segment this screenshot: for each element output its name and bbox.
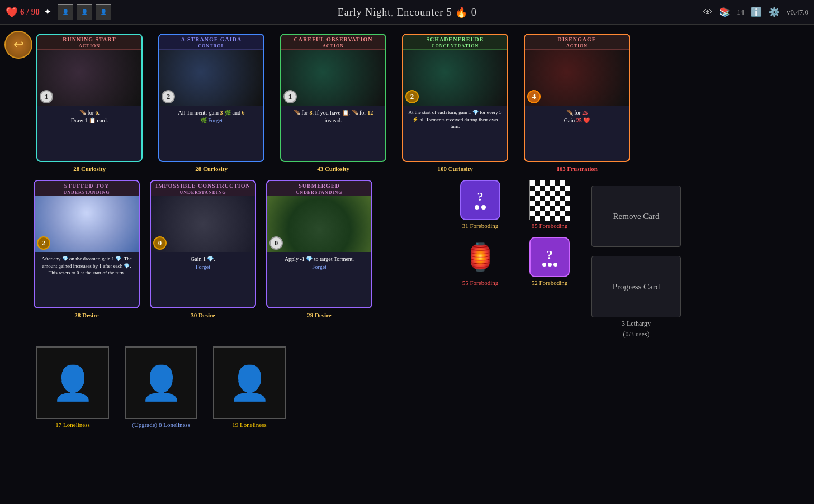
health-current: 6	[20, 7, 25, 17]
card-disengage[interactable]: DisengageACTION 4 🪶 for 25 Gain 25 ❤️	[524, 34, 630, 162]
card-body-running-start: 🪶 for 6. Draw 1 📋 card.	[37, 106, 141, 161]
card-body-stuffed-toy: After any 💎 on the dreamer, gain 1 💎. Th…	[35, 252, 139, 307]
foreboding-bigdie-icon-52: ?	[529, 237, 570, 277]
top-right-controls: 👁 📚 14 ℹ️ ⚙️ v0.47.0	[703, 7, 808, 17]
card-wrapper-submerged: SubmergedUNDERSTANDING 0 Apply -1 💎 to t…	[266, 180, 372, 318]
row3: 👤 17 Loneliness 👤 (Upgrade) 8 Loneliness…	[34, 346, 808, 428]
card-cost-strange-gaida: 2	[162, 90, 175, 103]
card-body-submerged: Apply -1 💎 to target Torment. Forget	[267, 252, 371, 307]
foreboding-item-85[interactable]: 85 Foreboding	[519, 180, 580, 229]
loneliness-card-19[interactable]: 👤 19 Loneliness	[210, 346, 288, 428]
card-wrapper-strange-gaida: A Strange GaidaCONTROL 2 All Torments ga…	[155, 34, 267, 172]
remove-card-button[interactable]: Remove Card	[591, 186, 681, 247]
card-wrapper-impossible-construction: Impossible ConstructionUNDERSTANDING 0 G…	[150, 180, 256, 318]
deck-icon: 📚	[719, 7, 730, 17]
card-cost-impossible-construction: 0	[153, 236, 167, 250]
card-image-running-start: 1	[37, 50, 141, 106]
card-label-impossible-construction: 30 Desire	[191, 312, 215, 318]
card-label-careful-observation: 43 Curiosity	[317, 165, 349, 172]
card-impossible-construction[interactable]: Impossible ConstructionUNDERSTANDING 0 G…	[150, 180, 256, 308]
portrait-slot-3: 👤	[96, 4, 111, 20]
foreboding-label-52: 52 Foreboding	[532, 279, 567, 286]
loneliness-img-17: 👤	[36, 346, 109, 419]
cards-row-1: Running StartACTION 1 🪶 for 6. Draw 1 📋 …	[34, 34, 808, 172]
card-type-running-start: Running StartACTION	[37, 35, 141, 50]
foreboding-item-31[interactable]: ? 31 Foreboding	[449, 180, 511, 229]
cards-row-2: Stuffed ToyUNDERSTANDING 2 After any 💎 o…	[34, 180, 372, 318]
card-stuffed-toy[interactable]: Stuffed ToyUNDERSTANDING 2 After any 💎 o…	[34, 180, 140, 308]
loneliness-card-17[interactable]: 👤 17 Loneliness	[34, 346, 112, 428]
deck-count: 14	[737, 8, 744, 17]
lethargy-label: 3 Lethargy	[622, 320, 651, 328]
card-wrapper-running-start: Running StartACTION 1 🪶 for 6. Draw 1 📋 …	[34, 34, 145, 172]
encounter-title: Early Night, Encounter 5 🔥 0	[111, 6, 703, 18]
loneliness-img-19: 👤	[213, 346, 286, 419]
foreboding-lantern-icon-55: 🏮	[460, 237, 500, 277]
card-label-stuffed-toy: 28 Desire	[74, 312, 98, 318]
card-cost-stuffed-toy: 2	[37, 236, 50, 250]
progress-card-button[interactable]: Progress Card	[591, 256, 681, 317]
card-body-schadenfreude: At the start of each turn, gain 1 💎 for …	[403, 106, 507, 161]
card-careful-observation[interactable]: Careful ObservationACTION 1 🪶 for 8. If …	[280, 34, 386, 162]
card-wrapper-disengage: DisengageACTION 4 🪶 for 25 Gain 25 ❤️ 16…	[521, 34, 633, 172]
person-icon-upgrade-8: 👤	[140, 363, 182, 403]
foreboding-label-31: 31 Foreboding	[462, 222, 498, 229]
back-button[interactable]: ↩	[4, 31, 35, 61]
topbar: ❤️ 6/90 ✦ 👤 👤 👤 Early Night, Encounter 5…	[0, 0, 814, 25]
foreboding-checker-icon-85	[529, 180, 570, 220]
card-type-impossible-construction: Impossible ConstructionUNDERSTANDING	[151, 181, 255, 196]
card-type-disengage: DisengageACTION	[525, 35, 629, 50]
card-schadenfreude[interactable]: SchadenfreudeCONCENTRATION 2 At the star…	[402, 34, 508, 162]
card-running-start[interactable]: Running StartACTION 1 🪶 for 6. Draw 1 📋 …	[36, 34, 143, 162]
card-label-schadenfreude: 100 Curiosity	[437, 165, 472, 172]
card-image-submerged: 0	[267, 196, 371, 252]
card-submerged[interactable]: SubmergedUNDERSTANDING 0 Apply -1 💎 to t…	[266, 180, 372, 308]
main-content: Running StartACTION 1 🪶 for 6. Draw 1 📋 …	[34, 28, 808, 498]
card-label-submerged: 29 Desire	[307, 312, 331, 318]
lethargy-uses: (0/3 uses)	[623, 330, 650, 339]
card-type-strange-gaida: A Strange GaidaCONTROL	[159, 35, 263, 50]
card-label-strange-gaida: 28 Curiosity	[195, 165, 228, 172]
card-label-disengage: 163 Frustration	[556, 165, 598, 172]
foreboding-item-52[interactable]: ? 52 Foreboding	[519, 237, 580, 286]
loneliness-img-upgrade-8: 👤	[125, 346, 197, 419]
card-cost-schadenfreude: 2	[405, 90, 419, 103]
health-display: ❤️ 6/90 ✦	[6, 6, 51, 18]
person-icon-19: 👤	[229, 363, 271, 403]
card-body-impossible-construction: Gain 1 💎. Forget	[151, 252, 255, 307]
portrait-slot-1: 👤	[58, 4, 73, 20]
loneliness-label-19: 19 Loneliness	[232, 421, 266, 428]
card-body-careful-observation: 🪶 for 8. If you have 📋, 🪶 for 12 instead…	[281, 106, 385, 161]
card-cost-submerged: 0	[269, 236, 283, 250]
card-label-running-start: 28 Curiosity	[73, 165, 106, 172]
foreboding-label-85: 85 Foreboding	[532, 222, 567, 229]
foreboding-item-55[interactable]: 🏮 55 Foreboding	[449, 237, 511, 286]
card-image-strange-gaida: 2	[159, 50, 263, 106]
card-image-stuffed-toy: 2	[35, 196, 139, 252]
card-wrapper-stuffed-toy: Stuffed ToyUNDERSTANDING 2 After any 💎 o…	[34, 180, 140, 318]
heart-icon: ❤️	[6, 6, 18, 18]
card-cost-disengage: 4	[527, 90, 541, 103]
right-panel: ? 31 Foreboding 85 Foreboding	[449, 180, 681, 339]
info-icon[interactable]: ℹ️	[751, 7, 762, 17]
row2: Stuffed ToyUNDERSTANDING 2 After any 💎 o…	[34, 180, 808, 339]
card-cost-running-start: 1	[40, 90, 53, 103]
card-type-stuffed-toy: Stuffed ToyUNDERSTANDING	[35, 181, 139, 196]
card-type-schadenfreude: SchadenfreudeCONCENTRATION	[403, 35, 507, 50]
card-body-disengage: 🪶 for 25 Gain 25 ❤️	[525, 106, 629, 161]
health-max: 90	[31, 7, 40, 17]
card-image-impossible-construction: 0	[151, 196, 255, 252]
card-image-disengage: 4	[525, 50, 629, 106]
settings-icon[interactable]: ⚙️	[769, 7, 780, 17]
portrait-slot-2: 👤	[77, 4, 92, 20]
card-strange-gaida[interactable]: A Strange GaidaCONTROL 2 All Torments ga…	[158, 34, 264, 162]
card-type-careful-observation: Careful ObservationACTION	[281, 35, 385, 50]
card-cost-careful-observation: 1	[283, 90, 297, 103]
card-body-strange-gaida: All Torments gain 3 🌿 and 6 🌿 Forget	[159, 106, 263, 161]
loneliness-label-upgrade-8: (Upgrade) 8 Loneliness	[132, 421, 190, 428]
star-icon: ✦	[44, 7, 51, 17]
loneliness-card-upgrade-8[interactable]: 👤 (Upgrade) 8 Loneliness	[122, 346, 200, 428]
card-type-submerged: SubmergedUNDERSTANDING	[267, 181, 371, 196]
card-image-careful-observation: 1	[281, 50, 385, 106]
loneliness-label-17: 17 Loneliness	[55, 421, 89, 428]
